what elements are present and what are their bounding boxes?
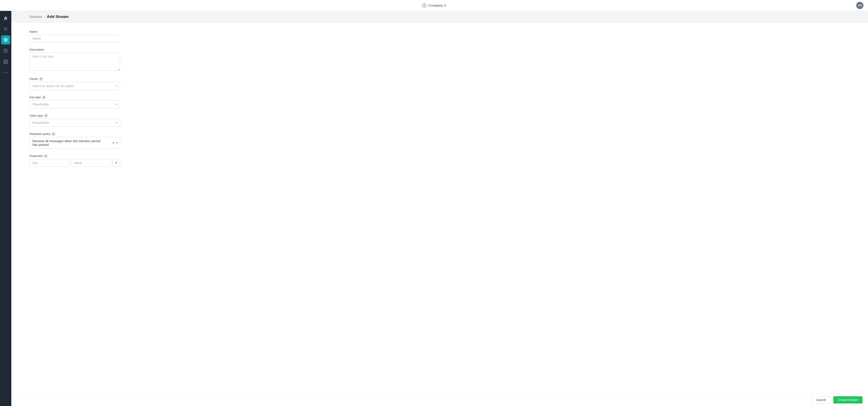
main-content: Streams › Add Stream Name Description xyxy=(11,11,868,406)
owner-label: Owner ? xyxy=(29,77,120,81)
svg-point-10 xyxy=(4,30,5,31)
cancel-button[interactable]: Cancel xyxy=(811,396,831,404)
retention-policy-group: Retention policy ? Remove all messages w… xyxy=(29,132,120,149)
svg-point-8 xyxy=(5,29,6,29)
svg-point-21 xyxy=(4,72,5,73)
name-label: Name xyxy=(29,30,120,33)
topbar-center: Company X xyxy=(422,3,446,8)
description-group: Description xyxy=(29,48,120,72)
svg-point-11 xyxy=(5,30,6,31)
user-avatar[interactable]: AO xyxy=(856,2,864,9)
properties-key-input[interactable] xyxy=(29,159,69,167)
key-type-group: Key type ? Placeholder ▾ xyxy=(29,95,120,109)
retention-policy-select[interactable]: Remove all messages when the retention p… xyxy=(29,137,120,149)
name-input[interactable] xyxy=(29,35,120,42)
value-type-help-icon: ? xyxy=(44,114,48,117)
key-type-placeholder: Placeholder xyxy=(32,103,49,106)
sidebar-item-active[interactable] xyxy=(1,35,10,45)
topbar: Company X AO xyxy=(0,0,868,11)
retention-clear-icon[interactable]: ✕ xyxy=(112,141,115,145)
svg-point-15 xyxy=(5,40,6,40)
form-area: Name Description Owner ? Select xyxy=(11,23,868,393)
sidebar-item-grid[interactable] xyxy=(1,57,10,66)
svg-rect-2 xyxy=(422,6,424,7)
svg-rect-3 xyxy=(425,6,426,7)
svg-point-9 xyxy=(7,29,7,29)
svg-rect-1 xyxy=(425,3,426,5)
svg-rect-19 xyxy=(4,62,5,63)
value-type-select-wrapper: Placeholder ▾ xyxy=(29,119,120,127)
create-stream-button[interactable]: Create stream xyxy=(833,396,863,404)
svg-rect-0 xyxy=(422,3,424,5)
svg-point-7 xyxy=(4,29,5,29)
properties-value-input[interactable] xyxy=(71,159,111,167)
svg-point-23 xyxy=(7,72,7,73)
properties-label: Properties ? xyxy=(29,154,120,157)
svg-point-6 xyxy=(7,28,7,28)
owner-help-icon: ? xyxy=(39,77,42,81)
retention-policy-value: Remove all messages when the retention p… xyxy=(32,139,106,147)
svg-point-22 xyxy=(5,72,6,73)
svg-rect-17 xyxy=(4,60,5,61)
sidebar-item-integrations[interactable] xyxy=(1,46,10,55)
properties-group: Properties ? + xyxy=(29,154,120,167)
company-name: Company X xyxy=(429,3,446,7)
sidebar-item-more[interactable] xyxy=(1,68,10,77)
svg-point-5 xyxy=(5,28,6,28)
key-type-label: Key type ? xyxy=(29,95,120,99)
breadcrumb: Streams › Add Stream xyxy=(11,11,868,23)
retention-policy-label: Retention policy ? xyxy=(29,132,120,136)
properties-row: + xyxy=(29,159,120,167)
retention-actions: ✕ ▾ xyxy=(112,141,118,145)
owner-placeholder: Select or search for an option xyxy=(32,84,74,88)
add-property-button[interactable]: + xyxy=(113,159,120,167)
key-type-select[interactable]: Placeholder xyxy=(29,100,120,109)
sidebar-item-streams[interactable] xyxy=(1,25,10,34)
sidebar xyxy=(0,11,11,406)
svg-point-4 xyxy=(4,28,5,28)
description-input[interactable] xyxy=(29,53,120,71)
retention-chevron-icon[interactable]: ▾ xyxy=(116,141,118,144)
owner-select[interactable]: Select or search for an option xyxy=(29,82,120,90)
svg-rect-18 xyxy=(6,60,7,61)
sidebar-item-home[interactable] xyxy=(1,13,10,23)
value-type-group: Value type ? Placeholder ▾ xyxy=(29,114,120,127)
breadcrumb-parent[interactable]: Streams xyxy=(29,15,42,19)
owner-select-wrapper: Select or search for an option ▾ xyxy=(29,82,120,90)
properties-help-icon: ? xyxy=(44,154,48,157)
retention-policy-help-icon: ? xyxy=(52,133,55,136)
name-group: Name xyxy=(29,30,120,42)
action-bar: Cancel Create stream xyxy=(11,393,868,406)
breadcrumb-current: Add Stream xyxy=(47,14,68,19)
value-type-label: Value type ? xyxy=(29,114,120,117)
svg-point-12 xyxy=(7,30,7,31)
value-type-select[interactable]: Placeholder xyxy=(29,119,120,127)
svg-rect-20 xyxy=(6,62,7,63)
retention-policy-select-wrapper: Remove all messages when the retention p… xyxy=(29,137,120,149)
value-type-placeholder: Placeholder xyxy=(32,121,49,124)
key-type-select-wrapper: Placeholder ▾ xyxy=(29,100,120,109)
description-label: Description xyxy=(29,48,120,51)
key-type-help-icon: ? xyxy=(42,96,45,99)
grid-icon xyxy=(422,3,427,8)
breadcrumb-separator: › xyxy=(44,15,45,19)
owner-group: Owner ? Select or search for an option ▾ xyxy=(29,77,120,90)
